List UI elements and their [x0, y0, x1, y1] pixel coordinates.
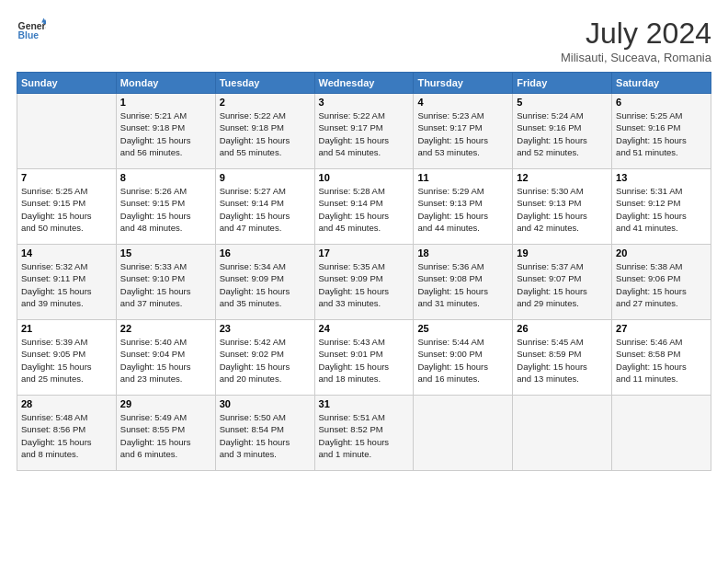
day-number: 4 [417, 97, 508, 108]
calendar-cell: 22Sunrise: 5:40 AM Sunset: 9:04 PM Dayli… [116, 320, 215, 396]
day-info: Sunrise: 5:29 AM Sunset: 9:13 PM Dayligh… [417, 185, 508, 234]
week-row-2: 7Sunrise: 5:25 AM Sunset: 9:15 PM Daylig… [17, 169, 711, 245]
col-header-thursday: Thursday [414, 73, 513, 94]
day-number: 1 [120, 97, 211, 108]
week-row-5: 28Sunrise: 5:48 AM Sunset: 8:56 PM Dayli… [17, 396, 711, 471]
day-info: Sunrise: 5:38 AM Sunset: 9:06 PM Dayligh… [616, 260, 707, 309]
day-info: Sunrise: 5:24 AM Sunset: 9:16 PM Dayligh… [517, 109, 608, 158]
week-row-1: 1Sunrise: 5:21 AM Sunset: 9:18 PM Daylig… [17, 94, 711, 169]
col-header-tuesday: Tuesday [215, 73, 314, 94]
day-info: Sunrise: 5:32 AM Sunset: 9:11 PM Dayligh… [21, 260, 112, 309]
day-number: 14 [21, 247, 112, 259]
calendar-cell: 9Sunrise: 5:27 AM Sunset: 9:14 PM Daylig… [215, 169, 314, 245]
col-header-monday: Monday [116, 73, 215, 94]
calendar-cell [414, 396, 513, 471]
calendar-cell: 14Sunrise: 5:32 AM Sunset: 9:11 PM Dayli… [17, 245, 117, 320]
calendar-cell [612, 396, 711, 471]
calendar-table: SundayMondayTuesdayWednesdayThursdayFrid… [17, 72, 711, 471]
day-info: Sunrise: 5:40 AM Sunset: 9:04 PM Dayligh… [120, 336, 211, 385]
calendar-cell: 31Sunrise: 5:51 AM Sunset: 8:52 PM Dayli… [314, 396, 414, 471]
day-info: Sunrise: 5:39 AM Sunset: 9:05 PM Dayligh… [21, 336, 112, 385]
day-number: 6 [616, 97, 707, 108]
day-info: Sunrise: 5:48 AM Sunset: 8:56 PM Dayligh… [21, 411, 112, 460]
calendar-cell: 8Sunrise: 5:26 AM Sunset: 9:15 PM Daylig… [116, 169, 215, 245]
day-info: Sunrise: 5:25 AM Sunset: 9:15 PM Dayligh… [21, 185, 112, 234]
day-info: Sunrise: 5:44 AM Sunset: 9:00 PM Dayligh… [417, 336, 508, 385]
day-number: 9 [220, 172, 311, 183]
day-info: Sunrise: 5:22 AM Sunset: 9:18 PM Dayligh… [220, 109, 311, 158]
day-number: 5 [517, 97, 608, 108]
day-info: Sunrise: 5:36 AM Sunset: 9:08 PM Dayligh… [417, 260, 508, 309]
calendar-cell: 10Sunrise: 5:28 AM Sunset: 9:14 PM Dayli… [314, 169, 414, 245]
calendar-cell: 13Sunrise: 5:31 AM Sunset: 9:12 PM Dayli… [612, 169, 711, 245]
day-info: Sunrise: 5:22 AM Sunset: 9:17 PM Dayligh… [319, 109, 410, 158]
day-info: Sunrise: 5:27 AM Sunset: 9:14 PM Dayligh… [220, 185, 311, 234]
month-year-title: July 2024 [561, 17, 711, 51]
calendar-header-row: SundayMondayTuesdayWednesdayThursdayFrid… [17, 73, 711, 94]
calendar-cell: 2Sunrise: 5:22 AM Sunset: 9:18 PM Daylig… [215, 94, 314, 169]
col-header-friday: Friday [513, 73, 612, 94]
day-number: 29 [120, 398, 211, 409]
day-info: Sunrise: 5:43 AM Sunset: 9:01 PM Dayligh… [319, 336, 410, 385]
day-info: Sunrise: 5:28 AM Sunset: 9:14 PM Dayligh… [319, 185, 410, 234]
calendar-cell: 7Sunrise: 5:25 AM Sunset: 9:15 PM Daylig… [17, 169, 117, 245]
col-header-saturday: Saturday [612, 73, 711, 94]
day-number: 8 [120, 172, 211, 183]
day-info: Sunrise: 5:35 AM Sunset: 9:09 PM Dayligh… [319, 260, 410, 309]
calendar-cell: 3Sunrise: 5:22 AM Sunset: 9:17 PM Daylig… [314, 94, 414, 169]
calendar-cell: 30Sunrise: 5:50 AM Sunset: 8:54 PM Dayli… [215, 396, 314, 471]
calendar-cell: 29Sunrise: 5:49 AM Sunset: 8:55 PM Dayli… [116, 396, 215, 471]
calendar-cell: 6Sunrise: 5:25 AM Sunset: 9:16 PM Daylig… [612, 94, 711, 169]
day-number: 12 [517, 172, 608, 183]
day-number: 11 [417, 172, 508, 183]
day-number: 10 [319, 172, 410, 183]
main-container: General Blue July 2024 Milisauti, Suceav… [0, 0, 728, 480]
calendar-cell: 28Sunrise: 5:48 AM Sunset: 8:56 PM Dayli… [17, 396, 117, 471]
calendar-cell: 17Sunrise: 5:35 AM Sunset: 9:09 PM Dayli… [314, 245, 414, 320]
calendar-cell: 16Sunrise: 5:34 AM Sunset: 9:09 PM Dayli… [215, 245, 314, 320]
day-number: 25 [417, 323, 508, 334]
day-info: Sunrise: 5:51 AM Sunset: 8:52 PM Dayligh… [319, 411, 410, 460]
col-header-sunday: Sunday [17, 73, 117, 94]
calendar-cell: 23Sunrise: 5:42 AM Sunset: 9:02 PM Dayli… [215, 320, 314, 396]
calendar-cell: 1Sunrise: 5:21 AM Sunset: 9:18 PM Daylig… [116, 94, 215, 169]
day-number: 24 [319, 323, 410, 334]
calendar-cell: 5Sunrise: 5:24 AM Sunset: 9:16 PM Daylig… [513, 94, 612, 169]
location-subtitle: Milisauti, Suceava, Romania [561, 51, 711, 64]
day-number: 15 [120, 247, 211, 259]
day-number: 26 [517, 323, 608, 334]
calendar-cell: 4Sunrise: 5:23 AM Sunset: 9:17 PM Daylig… [414, 94, 513, 169]
day-info: Sunrise: 5:33 AM Sunset: 9:10 PM Dayligh… [120, 260, 211, 309]
calendar-cell: 21Sunrise: 5:39 AM Sunset: 9:05 PM Dayli… [17, 320, 117, 396]
calendar-cell [513, 396, 612, 471]
calendar-cell: 25Sunrise: 5:44 AM Sunset: 9:00 PM Dayli… [414, 320, 513, 396]
logo-icon: General Blue [17, 17, 46, 46]
calendar-cell: 24Sunrise: 5:43 AM Sunset: 9:01 PM Dayli… [314, 320, 414, 396]
week-row-4: 21Sunrise: 5:39 AM Sunset: 9:05 PM Dayli… [17, 320, 711, 396]
logo: General Blue [17, 17, 46, 46]
day-number: 27 [616, 323, 707, 334]
col-header-wednesday: Wednesday [314, 73, 414, 94]
calendar-cell: 26Sunrise: 5:45 AM Sunset: 8:59 PM Dayli… [513, 320, 612, 396]
day-number: 13 [616, 172, 707, 183]
day-info: Sunrise: 5:46 AM Sunset: 8:58 PM Dayligh… [616, 336, 707, 385]
day-info: Sunrise: 5:25 AM Sunset: 9:16 PM Dayligh… [616, 109, 707, 158]
day-number: 17 [319, 247, 410, 259]
day-number: 31 [319, 398, 410, 409]
day-number: 3 [319, 97, 410, 108]
day-number: 22 [120, 323, 211, 334]
calendar-cell: 19Sunrise: 5:37 AM Sunset: 9:07 PM Dayli… [513, 245, 612, 320]
day-info: Sunrise: 5:30 AM Sunset: 9:13 PM Dayligh… [517, 185, 608, 234]
day-number: 20 [616, 247, 707, 259]
day-number: 7 [21, 172, 112, 183]
week-row-3: 14Sunrise: 5:32 AM Sunset: 9:11 PM Dayli… [17, 245, 711, 320]
day-info: Sunrise: 5:21 AM Sunset: 9:18 PM Dayligh… [120, 109, 211, 158]
day-info: Sunrise: 5:26 AM Sunset: 9:15 PM Dayligh… [120, 185, 211, 234]
day-number: 2 [220, 97, 311, 108]
day-info: Sunrise: 5:49 AM Sunset: 8:55 PM Dayligh… [120, 411, 211, 460]
day-info: Sunrise: 5:23 AM Sunset: 9:17 PM Dayligh… [417, 109, 508, 158]
day-info: Sunrise: 5:45 AM Sunset: 8:59 PM Dayligh… [517, 336, 608, 385]
day-number: 21 [21, 323, 112, 334]
calendar-cell: 27Sunrise: 5:46 AM Sunset: 8:58 PM Dayli… [612, 320, 711, 396]
day-info: Sunrise: 5:42 AM Sunset: 9:02 PM Dayligh… [220, 336, 311, 385]
